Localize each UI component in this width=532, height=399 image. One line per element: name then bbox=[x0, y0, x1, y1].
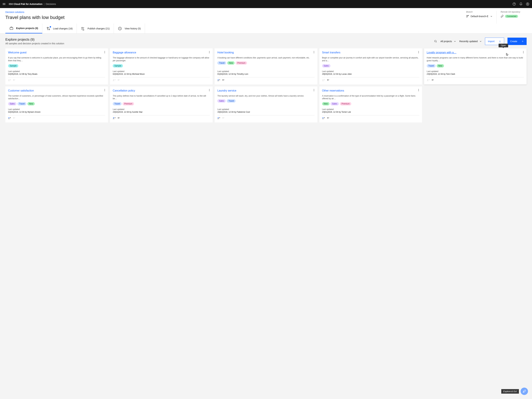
card-overflow-menu[interactable] bbox=[208, 89, 211, 92]
project-card[interactable]: Other reservations A reservation is a co… bbox=[319, 87, 422, 123]
tab-load-label: Load changes (16) bbox=[53, 27, 73, 30]
svg-point-17 bbox=[113, 79, 114, 80]
card-tags: TravelNew bbox=[427, 64, 524, 68]
card-title[interactable]: Customer satisfaction bbox=[8, 89, 105, 92]
card-overflow-menu[interactable] bbox=[522, 51, 525, 53]
card-title[interactable]: Hotel booking bbox=[217, 51, 315, 54]
card-title[interactable]: Baggage allowance bbox=[113, 51, 210, 54]
tab-history-label: View history (5) bbox=[125, 27, 141, 30]
tag: Sales bbox=[8, 102, 16, 105]
project-card[interactable]: Customer satisfaction The number of cust… bbox=[5, 87, 108, 123]
project-card[interactable]: Laundry service The laundry service will… bbox=[215, 87, 317, 123]
tag: Travel bbox=[217, 61, 226, 65]
project-card[interactable]: Hotel booking A booking can have differe… bbox=[215, 48, 317, 84]
top-bar: IBM Cloud Pak for Automation | Decisions bbox=[0, 0, 532, 8]
card-overflow-menu[interactable] bbox=[417, 51, 420, 53]
user-icon[interactable] bbox=[526, 2, 529, 6]
tab-explore[interactable]: Explore projects (9) bbox=[5, 24, 42, 33]
card-description: The laundry service will wash, dry, and … bbox=[217, 95, 315, 97]
filter-projects[interactable]: All projects bbox=[440, 40, 456, 43]
page-header: Decision solutions Travel plans with low… bbox=[0, 8, 532, 24]
project-card[interactable]: Open Loyalty program with a… Hotel rewar… bbox=[424, 48, 527, 84]
card-updated: Last updated 23|01|2019, 12:34 by Tomer … bbox=[322, 105, 419, 113]
publish-indicator-icon bbox=[13, 117, 16, 120]
tab-publish[interactable]: Publish changes (21) bbox=[77, 24, 114, 33]
notification-icon[interactable] bbox=[519, 2, 523, 6]
publish-icon bbox=[81, 26, 85, 31]
tag: Sample bbox=[8, 64, 18, 68]
card-overflow-menu[interactable] bbox=[103, 89, 106, 92]
load-indicator-icon bbox=[322, 79, 325, 82]
card-title[interactable]: Loyalty program with a… bbox=[427, 51, 524, 54]
svg-rect-7 bbox=[10, 28, 13, 30]
tag: Premium bbox=[236, 61, 247, 65]
download-icon bbox=[499, 40, 501, 43]
card-footer bbox=[113, 115, 210, 120]
help-icon[interactable] bbox=[513, 2, 516, 6]
search-icon[interactable] bbox=[434, 40, 437, 43]
tag: New bbox=[27, 102, 35, 105]
branch-selector[interactable]: Branch Default-branch-E bbox=[462, 11, 496, 24]
card-updated: Last updated 02|05|2019, 12:36 by Tony B… bbox=[8, 68, 105, 75]
publish-indicator-icon bbox=[431, 79, 434, 82]
tag: Travel bbox=[113, 102, 122, 105]
card-overflow-menu[interactable] bbox=[313, 89, 315, 92]
content-subtitle: All samples and decision projects create… bbox=[5, 42, 64, 45]
card-title[interactable]: Welcome guest bbox=[8, 51, 105, 54]
svg-point-5 bbox=[467, 17, 467, 18]
card-overflow-menu[interactable] bbox=[208, 51, 211, 53]
branch-icon bbox=[466, 15, 469, 18]
import-label: Import bbox=[488, 40, 494, 43]
tag: Sales bbox=[322, 64, 330, 68]
clock-icon bbox=[118, 26, 122, 31]
branch-label: Branch bbox=[466, 11, 492, 13]
card-tags: SalesTravel bbox=[217, 99, 315, 103]
card-tags: TravelPremium bbox=[113, 102, 210, 105]
project-card[interactable]: Welcome guest If you say that someone is… bbox=[5, 48, 108, 84]
project-card[interactable]: Baggage allowance The baggage allowance … bbox=[110, 48, 213, 84]
breadcrumb[interactable]: Decision solutions bbox=[5, 11, 64, 13]
brand-prefix: IBM bbox=[9, 3, 13, 5]
card-tags: Sample bbox=[113, 64, 210, 68]
card-tags: TravelNewPremium bbox=[217, 61, 315, 65]
card-overflow-menu[interactable] bbox=[313, 51, 315, 53]
svg-point-16 bbox=[14, 80, 14, 80]
filter-sort[interactable]: Recently updated bbox=[459, 40, 482, 43]
create-label: Create bbox=[510, 40, 517, 43]
svg-point-37 bbox=[223, 118, 223, 118]
publish-indicator-icon bbox=[327, 79, 330, 82]
tab-load[interactable]: Load changes (16) bbox=[42, 24, 77, 33]
filter-projects-label: All projects bbox=[440, 40, 452, 43]
create-button[interactable]: Create bbox=[507, 38, 527, 45]
card-description: The baggage allowance is the amount of c… bbox=[113, 57, 210, 62]
svg-point-29 bbox=[9, 118, 9, 118]
cards-grid: Welcome guest If you say that someone is… bbox=[5, 48, 527, 122]
tab-history[interactable]: View history (5) bbox=[114, 24, 145, 33]
card-overflow-menu[interactable] bbox=[103, 51, 106, 53]
plus-icon bbox=[521, 40, 524, 43]
publish-indicator-icon bbox=[117, 117, 120, 120]
briefcase-icon bbox=[9, 26, 13, 30]
svg-point-13 bbox=[434, 40, 436, 42]
card-title[interactable]: Laundry service bbox=[217, 89, 315, 92]
brand-sub: Decisions bbox=[46, 3, 56, 5]
project-card[interactable]: Cancellation policy This policy defines … bbox=[110, 87, 213, 123]
card-tags: SalesTravelNew bbox=[8, 102, 105, 105]
load-indicator-icon bbox=[217, 79, 220, 82]
menu-icon[interactable] bbox=[3, 2, 6, 6]
content-title: Explore projects (9) bbox=[5, 38, 64, 41]
cursor-icon bbox=[505, 53, 509, 57]
card-tags: Sample bbox=[8, 64, 105, 68]
card-updated: Last updated 15|02|2019, 12:34 by Fabien… bbox=[217, 105, 315, 113]
card-overflow-menu[interactable] bbox=[417, 89, 420, 92]
publish-indicator-icon bbox=[117, 79, 120, 82]
svg-point-31 bbox=[14, 118, 14, 118]
tag: Sales bbox=[330, 102, 339, 105]
repo-status: Remote Git repository Connected bbox=[496, 11, 527, 24]
project-card[interactable]: Smart transfers Begin or complete your a… bbox=[319, 48, 422, 84]
load-indicator-icon bbox=[8, 79, 11, 82]
card-title[interactable]: Other reservations bbox=[322, 89, 419, 92]
card-title[interactable]: Cancellation policy bbox=[113, 89, 210, 92]
card-updated: Last updated 01|04|2019, 12:34 by Timoth… bbox=[217, 68, 315, 75]
card-title[interactable]: Smart transfers bbox=[322, 51, 419, 54]
